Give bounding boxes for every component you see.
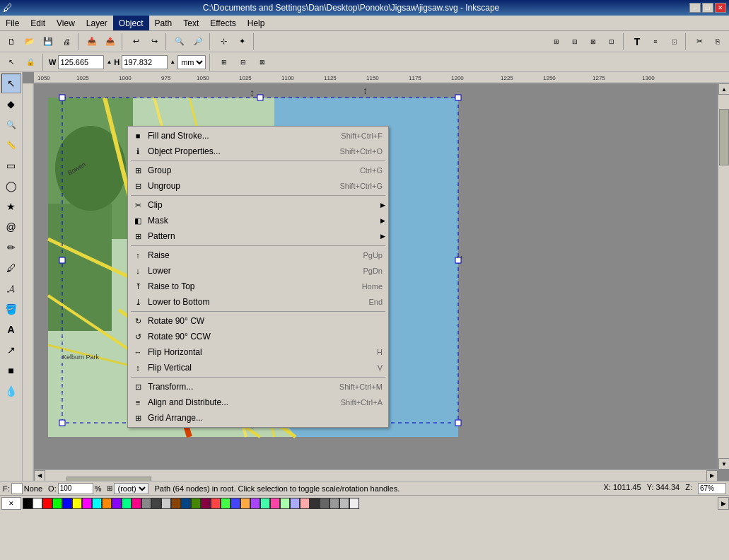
ungroup-item[interactable]: ⊟ Ungroup Shift+Ctrl+G <box>128 178 388 194</box>
color-swatch[interactable] <box>211 498 221 509</box>
color-swatch[interactable] <box>250 498 260 509</box>
w-stepper-up[interactable]: ▲ <box>106 59 112 65</box>
color-swatch[interactable] <box>280 498 290 509</box>
save-btn[interactable]: 💾 <box>40 33 57 50</box>
select-tool-btn[interactable]: ↖ <box>3 54 20 71</box>
color-swatch[interactable] <box>33 498 42 509</box>
redo-btn[interactable]: ↪ <box>146 33 163 50</box>
color-swatch[interactable] <box>23 498 33 509</box>
menu-edit[interactable]: Edit <box>25 16 51 30</box>
raise-top-item[interactable]: ⤒ Raise to Top Home <box>128 279 388 294</box>
no-color-swatch[interactable]: ✕ <box>1 497 21 510</box>
open-btn[interactable]: 📂 <box>21 33 38 50</box>
lock-btn[interactable]: 🔒 <box>22 54 39 71</box>
color-swatch[interactable] <box>310 498 320 509</box>
mask-item[interactable]: ◧ Mask <box>128 213 388 228</box>
color-swatch[interactable] <box>151 498 161 509</box>
color-swatch[interactable] <box>290 498 300 509</box>
select-btn[interactable]: ⊹ <box>215 33 232 50</box>
color-swatch[interactable] <box>221 498 231 509</box>
pattern-item[interactable]: ⊞ Pattern <box>128 228 388 244</box>
snap2-btn[interactable]: ⊟ <box>566 33 583 50</box>
flip-v-item[interactable]: ↕ Flip Vertical V <box>128 360 388 375</box>
color-swatch[interactable] <box>52 498 62 509</box>
close-button[interactable]: ✕ <box>715 3 726 13</box>
color-swatch[interactable] <box>161 498 171 509</box>
color-swatch[interactable] <box>92 498 102 509</box>
transform-item[interactable]: ⊡ Transform... Shift+Ctrl+M <box>128 379 388 395</box>
bottom-scrollbar[interactable]: ◀ ▶ <box>34 469 718 481</box>
h-stepper-up[interactable]: ▲ <box>170 59 175 65</box>
color-swatch[interactable] <box>72 498 82 509</box>
color-swatch[interactable] <box>171 498 181 509</box>
menu-text[interactable]: Text <box>177 16 204 30</box>
zoom-input[interactable] <box>698 483 726 494</box>
rect-tool[interactable]: ▭ <box>1 156 21 175</box>
color-swatch[interactable] <box>191 498 201 509</box>
w-input[interactable] <box>58 55 104 69</box>
transform-coords-btn[interactable]: ⊞ <box>216 54 233 71</box>
copy-btn[interactable]: ⎘ <box>709 33 726 50</box>
pencil-tool[interactable]: ✏ <box>1 238 21 257</box>
object-props-item[interactable]: ℹ Object Properties... Shift+Ctrl+O <box>128 144 388 159</box>
snap3-btn[interactable]: ⊠ <box>585 33 602 50</box>
dropper-tool[interactable]: 💧 <box>1 381 21 401</box>
scroll-up-btn[interactable]: ▲ <box>718 83 729 95</box>
connector-tool[interactable]: ↗ <box>1 340 21 360</box>
menu-layer[interactable]: Layer <box>81 16 113 30</box>
new-btn[interactable]: 🗋 <box>3 33 20 50</box>
color-swatch[interactable] <box>231 498 240 509</box>
color-swatch[interactable] <box>260 498 270 509</box>
menu-effects[interactable]: Effects <box>204 16 241 30</box>
lower-bottom-item[interactable]: ⤓ Lower to Bottom End <box>128 294 388 310</box>
scroll-down-btn[interactable]: ▼ <box>718 458 729 469</box>
align-tool-btn[interactable]: ≡ <box>647 33 664 50</box>
pen-tool[interactable]: 🖊 <box>1 258 21 278</box>
h-input[interactable] <box>122 55 168 69</box>
menu-view[interactable]: View <box>51 16 81 30</box>
lower-item[interactable]: ↓ Lower PgDn <box>128 263 388 279</box>
color-swatch[interactable] <box>102 498 112 509</box>
color-swatch[interactable] <box>62 498 72 509</box>
bucket-tool[interactable]: 🪣 <box>1 299 21 319</box>
clip-item[interactable]: ✂ Clip <box>128 197 388 213</box>
menu-help[interactable]: Help <box>242 16 271 30</box>
maximize-button[interactable]: □ <box>702 3 713 13</box>
zoom-in-btn[interactable]: 🔍 <box>171 33 188 50</box>
scroll-thumb[interactable] <box>719 109 729 165</box>
color-swatch[interactable] <box>132 498 141 509</box>
opacity-input[interactable] <box>58 483 93 494</box>
zoom-tool[interactable]: 🔍 <box>1 115 21 134</box>
unit-select[interactable]: mm px cm in <box>177 55 206 69</box>
color-swatch[interactable] <box>201 498 211 509</box>
transform-tool-btn[interactable]: ⌺ <box>665 33 682 50</box>
undo-btn[interactable]: ↩ <box>127 33 144 50</box>
gradient-tool[interactable]: ■ <box>1 361 21 380</box>
menu-object[interactable]: Object <box>113 16 149 30</box>
export-btn[interactable]: 📤 <box>102 33 119 50</box>
color-swatch[interactable] <box>329 498 339 509</box>
fill-stroke-item[interactable]: ■ Fill and Stroke... Shift+Ctrl+F <box>128 128 388 144</box>
select-tool[interactable]: ↖ <box>1 74 21 93</box>
rotate-cw-item[interactable]: ↻ Rotate 90° CW <box>128 313 388 329</box>
layer-select[interactable]: (root) <box>114 483 148 494</box>
color-swatch[interactable] <box>270 498 280 509</box>
color-swatch[interactable] <box>181 498 191 509</box>
circle-tool[interactable]: ◯ <box>1 176 21 196</box>
text-tool-btn[interactable]: T <box>629 33 646 50</box>
measure-tool[interactable]: 📏 <box>1 135 21 155</box>
spiral-tool[interactable]: @ <box>1 217 21 237</box>
import-btn[interactable]: 📥 <box>83 33 100 50</box>
color-swatch[interactable] <box>349 498 359 509</box>
scroll-right-btn[interactable]: ▶ <box>706 470 718 482</box>
palette-scroll-right[interactable]: ▶ <box>718 497 729 510</box>
h-scroll-thumb[interactable] <box>66 477 151 482</box>
right-scrollbar[interactable]: ▲ ▼ <box>718 83 729 469</box>
text-tool[interactable]: A <box>1 320 21 339</box>
coords-btn2[interactable]: ⊟ <box>235 54 252 71</box>
color-swatch[interactable] <box>141 498 151 509</box>
color-swatch[interactable] <box>339 498 349 509</box>
cut-btn[interactable]: ✂ <box>691 33 708 50</box>
color-swatch[interactable] <box>42 498 52 509</box>
snap1-btn[interactable]: ⊞ <box>548 33 565 50</box>
